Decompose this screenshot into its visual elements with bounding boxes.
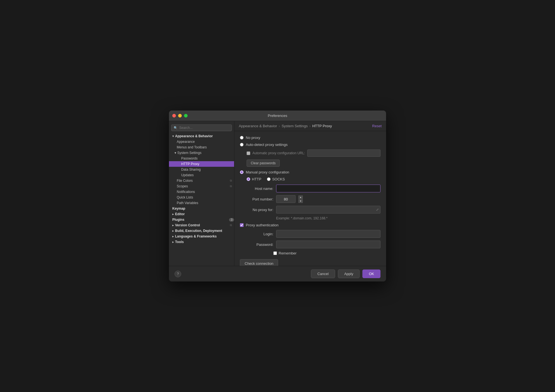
port-stepper-row: ▲ ▼ [276, 195, 303, 203]
chevron-right-icon-editor: ▸ [172, 212, 174, 216]
http-radio[interactable] [247, 177, 250, 181]
sidebar-item-file-colors[interactable]: File Colors ⧉ [169, 178, 234, 183]
proxy-auth-row: Proxy authentication [240, 223, 380, 227]
chevron-right-icon-vc: ▸ [172, 223, 174, 227]
no-proxy-for-input[interactable] [276, 206, 380, 214]
apply-button[interactable]: Apply [338, 270, 360, 278]
sidebar-item-passwords[interactable]: Passwords [169, 156, 234, 161]
no-proxy-row: No proxy [240, 136, 380, 140]
breadcrumb-bar: Appearance & Behavior › System Settings … [234, 121, 386, 131]
sidebar-label-keymap: Keymap [172, 207, 185, 210]
expand-icon: ⤢ [376, 208, 379, 212]
window-title: Preferences [268, 114, 287, 118]
login-row: Login: [240, 230, 380, 238]
breadcrumb-part2: System Settings [282, 124, 308, 128]
sidebar-item-notifications[interactable]: Notifications [169, 189, 234, 195]
help-button[interactable]: ? [175, 271, 181, 277]
minimize-button[interactable] [178, 114, 182, 117]
check-connection-button[interactable]: Check connection [240, 259, 278, 266]
no-proxy-wrapper: ⤢ [276, 206, 380, 214]
password-label: Password: [240, 242, 273, 247]
sidebar-label-quick-lists: Quick Lists [177, 195, 193, 199]
auto-detect-row: Auto-detect proxy settings [240, 143, 380, 147]
sidebar-item-tools[interactable]: ▸ Tools [169, 239, 234, 245]
sidebar-item-quick-lists[interactable]: Quick Lists [169, 195, 234, 200]
maximize-button[interactable] [184, 114, 188, 117]
sidebar-label-appearance: Appearance [177, 140, 195, 144]
port-stepper: ▲ ▼ [298, 195, 303, 203]
close-button[interactable] [172, 114, 176, 117]
auto-detect-label[interactable]: Auto-detect proxy settings [240, 143, 288, 147]
cancel-button[interactable]: Cancel [311, 270, 335, 278]
proxy-auth-label[interactable]: Proxy authentication [240, 223, 279, 227]
sidebar-item-http-proxy[interactable]: HTTP Proxy [169, 161, 234, 167]
no-proxy-label[interactable]: No proxy [240, 136, 260, 140]
plugins-badge: 3 [229, 218, 234, 222]
sidebar-item-system-settings[interactable]: ▾ System Settings [169, 150, 234, 156]
search-box[interactable]: 🔍 [171, 124, 232, 131]
password-input[interactable] [276, 241, 380, 248]
chevron-right-icon-lang: ▸ [172, 234, 174, 238]
proxy-auth-text: Proxy authentication [246, 223, 279, 227]
manual-proxy-radio[interactable] [240, 170, 244, 174]
search-input[interactable] [179, 126, 229, 130]
footer: ? Cancel Apply OK [169, 266, 386, 281]
sidebar-item-editor[interactable]: ▸ Editor [169, 211, 234, 217]
sidebar: 🔍 ▾ Appearance & Behavior Appearance Men… [169, 121, 234, 266]
breadcrumb-part1: Appearance & Behavior [239, 124, 277, 128]
sidebar-item-appearance-behavior[interactable]: ▾ Appearance & Behavior [169, 133, 234, 139]
login-input[interactable] [276, 230, 380, 238]
sidebar-label-plugins: Plugins [172, 218, 184, 222]
ok-button[interactable]: OK [362, 270, 380, 278]
remember-label[interactable]: Remember [273, 251, 296, 255]
sidebar-item-scopes[interactable]: Scopes ⧉ [169, 183, 234, 189]
remember-text: Remember [279, 251, 296, 255]
sidebar-label-system-settings: System Settings [177, 151, 202, 155]
title-bar: Preferences [169, 111, 386, 121]
search-icon: 🔍 [174, 126, 178, 130]
port-up-button[interactable]: ▲ [298, 195, 303, 199]
sidebar-item-appearance[interactable]: Appearance [169, 139, 234, 144]
password-row: Password: [240, 241, 380, 248]
host-input[interactable] [276, 185, 380, 192]
breadcrumb-sep2: › [310, 124, 311, 128]
no-proxy-for-label: No proxy for: [240, 208, 273, 212]
port-input[interactable] [276, 195, 296, 203]
sidebar-label-version-control: Version Control [175, 223, 200, 227]
proxy-auth-checkbox[interactable] [240, 223, 244, 227]
chevron-right-icon-tools: ▸ [172, 240, 174, 244]
sidebar-label-languages-frameworks: Languages & Frameworks [175, 234, 217, 238]
example-text: Example: *.domain.com, 192.168.* [276, 216, 380, 220]
sidebar-item-path-variables[interactable]: Path Variables [169, 200, 234, 206]
sidebar-item-build-execution[interactable]: ▸ Build, Execution, Deployment [169, 228, 234, 234]
sidebar-item-updates[interactable]: Updates [169, 172, 234, 178]
socks-radio[interactable] [267, 177, 271, 181]
sidebar-item-keymap[interactable]: Keymap [169, 206, 234, 211]
sidebar-label-build-execution: Build, Execution, Deployment [175, 229, 222, 233]
reset-button[interactable]: Reset [372, 124, 382, 128]
sidebar-item-languages-frameworks[interactable]: ▸ Languages & Frameworks [169, 234, 234, 239]
clear-passwords-button[interactable]: Clear passwords [247, 160, 280, 167]
auto-config-url-input[interactable] [307, 150, 380, 157]
login-label: Login: [240, 232, 273, 236]
sidebar-item-menus-toolbars[interactable]: Menus and Toolbars [169, 144, 234, 150]
http-label[interactable]: HTTP [247, 177, 261, 181]
port-down-button[interactable]: ▼ [298, 199, 303, 203]
sidebar-label-path-variables: Path Variables [177, 201, 198, 205]
socks-label[interactable]: SOCKS [267, 177, 285, 181]
host-label: Host name: [240, 187, 273, 191]
sidebar-label-notifications: Notifications [177, 190, 195, 194]
sidebar-item-plugins[interactable]: Plugins 3 [169, 217, 234, 222]
auto-detect-radio[interactable] [240, 143, 244, 146]
manual-proxy-row: Manual proxy configuration [240, 170, 380, 174]
no-proxy-radio[interactable] [240, 136, 244, 139]
remember-row: Remember [273, 251, 380, 255]
sidebar-item-version-control[interactable]: ▸ Version Control ⧉ [169, 222, 234, 228]
remember-checkbox[interactable] [273, 251, 277, 255]
manual-proxy-label[interactable]: Manual proxy configuration [240, 170, 289, 174]
auto-config-checkbox[interactable] [247, 151, 250, 155]
breadcrumb-part3: HTTP Proxy [312, 124, 332, 128]
sidebar-item-data-sharing[interactable]: Data Sharing [169, 167, 234, 172]
port-row: Port number: ▲ ▼ [240, 195, 380, 203]
auto-config-row: Automatic proxy configuration URL: [247, 150, 380, 157]
